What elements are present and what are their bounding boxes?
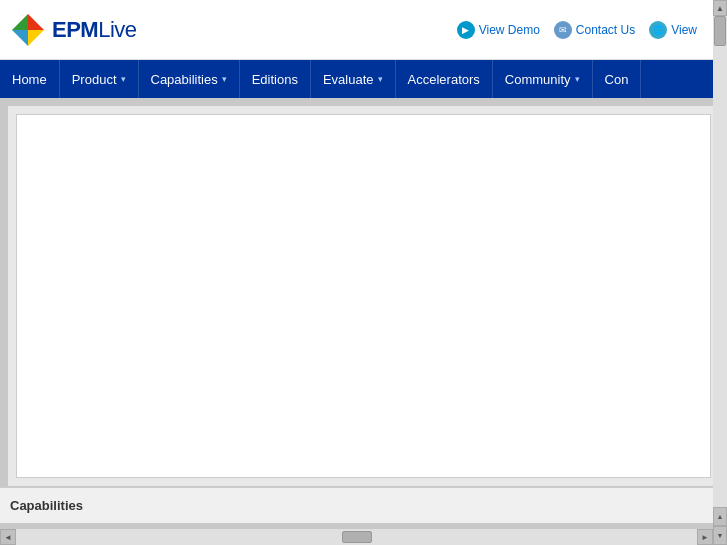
nav-editions-label: Editions: [252, 72, 298, 87]
scroll-left-button[interactable]: ◄: [0, 529, 16, 545]
nav-con-label: Con: [605, 72, 629, 87]
view-demo-button[interactable]: ▶ View Demo: [457, 21, 540, 39]
nav-evaluate-label: Evaluate: [323, 72, 374, 87]
corner-up-button[interactable]: ▲: [713, 507, 727, 526]
globe-icon: 🌐: [649, 21, 667, 39]
top-bar: EPMLive ▶ View Demo ✉ Contact Us 🌐 View: [0, 0, 727, 60]
scroll-right-button[interactable]: ►: [697, 529, 713, 545]
play-icon: ▶: [457, 21, 475, 39]
nav-community-label: Community: [505, 72, 571, 87]
view-label: View: [671, 23, 697, 37]
nav-home[interactable]: Home: [0, 60, 60, 98]
nav-editions[interactable]: Editions: [240, 60, 311, 98]
bottom-bar: Capabilities: [0, 487, 713, 523]
view-button[interactable]: 🌐 View: [649, 21, 697, 39]
logo-text: EPMLive: [52, 17, 137, 43]
horizontal-scrollbar[interactable]: ◄ ►: [0, 529, 713, 545]
nav-accelerators[interactable]: Accelerators: [396, 60, 493, 98]
contact-us-button[interactable]: ✉ Contact Us: [554, 21, 635, 39]
corner-down-button[interactable]: ▼: [713, 526, 727, 545]
mail-icon: ✉: [554, 21, 572, 39]
nav-evaluate[interactable]: Evaluate ▾: [311, 60, 396, 98]
nav-product-arrow: ▾: [121, 74, 126, 84]
nav-capabilities[interactable]: Capabilities ▾: [139, 60, 240, 98]
nav-bar: Home Product ▾ Capabilities ▾ Editions E…: [0, 60, 727, 98]
view-demo-label: View Demo: [479, 23, 540, 37]
nav-accelerators-label: Accelerators: [408, 72, 480, 87]
nav-product-label: Product: [72, 72, 117, 87]
top-actions: ▶ View Demo ✉ Contact Us 🌐 View: [457, 21, 717, 39]
contact-us-label: Contact Us: [576, 23, 635, 37]
nav-evaluate-arrow: ▾: [378, 74, 383, 84]
svg-marker-0: [28, 14, 44, 30]
nav-product[interactable]: Product ▾: [60, 60, 139, 98]
nav-con[interactable]: Con: [593, 60, 642, 98]
nav-community[interactable]: Community ▾: [493, 60, 593, 98]
bottom-label: Capabilities: [10, 498, 83, 513]
hscroll-thumb[interactable]: [342, 531, 372, 543]
scroll-track[interactable]: [713, 16, 727, 529]
corner-scroll-buttons: ▲ ▼: [713, 507, 727, 545]
nav-home-label: Home: [12, 72, 47, 87]
scroll-thumb[interactable]: [714, 16, 726, 46]
scroll-up-button[interactable]: ▲: [713, 0, 727, 16]
svg-marker-3: [28, 30, 44, 46]
nav-capabilities-label: Capabilities: [151, 72, 218, 87]
logo: EPMLive: [10, 12, 137, 48]
main-area: [8, 106, 719, 486]
nav-community-arrow: ▾: [575, 74, 580, 84]
logo-icon: [10, 12, 46, 48]
svg-marker-1: [12, 30, 28, 46]
nav-capabilities-arrow: ▾: [222, 74, 227, 84]
content-panel: [16, 114, 711, 478]
vertical-scrollbar[interactable]: ▲ ▼: [713, 0, 727, 545]
svg-marker-2: [12, 14, 28, 30]
hscroll-track[interactable]: [16, 529, 697, 545]
